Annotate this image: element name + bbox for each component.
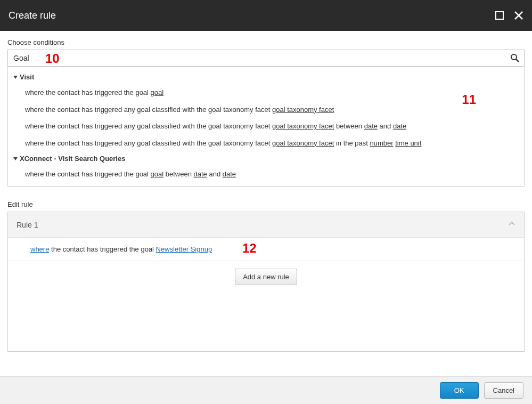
group-header-visit[interactable]: Visit: [10, 70, 524, 84]
rule-name: Rule 1: [17, 221, 38, 229]
window-title: Create rule: [9, 10, 56, 21]
edit-rule-area: Edit rule Rule 1 where the contact has t…: [7, 200, 525, 352]
rule-goal-value-link[interactable]: Newsletter Signup: [156, 245, 212, 253]
cancel-button[interactable]: Cancel: [484, 382, 523, 399]
condition-text: in the past: [334, 139, 370, 147]
rule-panel-empty-area: [8, 293, 524, 351]
chevron-down-icon: [13, 76, 18, 79]
condition-param[interactable]: date: [223, 170, 236, 178]
condition-text: where the contact has triggered any goal…: [25, 139, 272, 147]
condition-text: where the contact has triggered the goal: [25, 170, 151, 178]
conditions-listbox[interactable]: 11 Visit where the contact has triggered…: [7, 67, 525, 187]
condition-param[interactable]: goal taxonomy facet: [272, 122, 334, 130]
chevron-up-icon[interactable]: [508, 220, 515, 229]
condition-text: between: [163, 170, 193, 178]
choose-conditions-label: Choose conditions: [7, 38, 525, 46]
rule-panel: Rule 1 where the contact has triggered t…: [7, 212, 525, 352]
search-row: 10: [7, 50, 525, 67]
svg-line-4: [516, 59, 519, 62]
window-controls: [495, 11, 523, 20]
condition-param[interactable]: time unit: [395, 139, 421, 147]
svg-point-3: [511, 54, 517, 60]
condition-param[interactable]: date: [364, 122, 378, 130]
edit-rule-label: Edit rule: [7, 200, 525, 208]
condition-text: where the contact has triggered the goal: [25, 88, 151, 96]
rule-where-link[interactable]: where: [30, 245, 49, 253]
chevron-down-icon: [13, 157, 18, 160]
condition-text: where the contact has triggered any goal…: [25, 106, 272, 114]
condition-param[interactable]: goal: [151, 170, 164, 178]
condition-param[interactable]: date: [393, 122, 406, 130]
group-label: XConnect - Visit Search Queries: [20, 155, 125, 163]
condition-param[interactable]: number: [370, 139, 394, 147]
search-input[interactable]: [8, 54, 506, 62]
svg-rect-0: [496, 12, 503, 19]
condition-param[interactable]: date: [194, 170, 207, 178]
condition-item[interactable]: where the contact has triggered the goal…: [10, 166, 524, 183]
condition-item[interactable]: where the contact has triggered any goal…: [10, 135, 524, 152]
rule-expression-text: the contact has triggered the goal: [49, 245, 155, 253]
dialog-footer: OK Cancel: [0, 376, 532, 404]
group-label: Visit: [20, 73, 34, 81]
condition-param[interactable]: goal taxonomy facet: [272, 139, 334, 147]
titlebar: Create rule: [0, 0, 532, 31]
rule-actions: Add a new rule: [8, 261, 524, 293]
condition-item[interactable]: where the contact has triggered any goal…: [10, 101, 524, 118]
add-new-rule-button[interactable]: Add a new rule: [235, 269, 297, 285]
condition-param[interactable]: goal: [151, 88, 164, 96]
condition-item[interactable]: where the contact has triggered the goal…: [10, 84, 524, 101]
close-icon[interactable]: [514, 11, 523, 20]
rule-expression: where the contact has triggered the goal…: [8, 238, 524, 261]
rule-header[interactable]: Rule 1: [8, 212, 524, 238]
group-header-xconnect[interactable]: XConnect - Visit Search Queries: [10, 151, 524, 166]
condition-param[interactable]: goal taxonomy facet: [272, 106, 334, 114]
search-icon[interactable]: [506, 53, 524, 63]
annotation-12: 12: [242, 241, 257, 256]
condition-text: where the contact has triggered any goal…: [25, 122, 272, 130]
maximize-icon[interactable]: [495, 11, 504, 20]
condition-text: and: [378, 122, 393, 130]
ok-button[interactable]: OK: [440, 382, 479, 399]
condition-text: and: [207, 170, 223, 178]
dialog-body: Choose conditions 10 11 Visit where the …: [0, 31, 532, 352]
condition-text: between: [334, 122, 364, 130]
condition-item[interactable]: where the contact has triggered any goal…: [10, 118, 524, 135]
